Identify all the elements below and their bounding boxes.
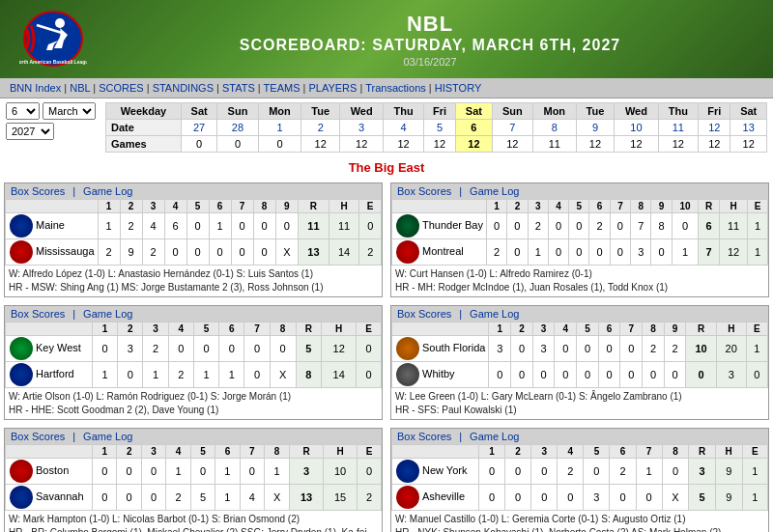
cal-date-4[interactable]: 4: [384, 120, 424, 136]
cal-header-sun2: Sun: [492, 103, 532, 120]
cal-date-13[interactable]: 13: [730, 120, 767, 136]
game6-notes: W: Manuel Castillo (1-0) L: Geremia Cort…: [391, 511, 768, 532]
game5-gamelog-link[interactable]: Game Log: [83, 431, 132, 442]
game2-gamelog-link[interactable]: Game Log: [470, 185, 519, 197]
nav-standings[interactable]: STANDINGS: [153, 82, 214, 94]
game4-r-header: R: [686, 322, 716, 336]
nav-history[interactable]: HISTORY: [435, 82, 482, 94]
cal-date-10[interactable]: 10: [615, 120, 658, 136]
game1-t2-i8: 0: [253, 239, 275, 266]
cal-header-tue2: Tue: [576, 103, 615, 120]
month-name-select[interactable]: March: [43, 102, 96, 120]
game1-gamelog-link[interactable]: Game Log: [83, 185, 132, 197]
game1-boxscores-link[interactable]: Box Scores: [11, 185, 65, 197]
game6-t2-i8: X: [662, 485, 689, 511]
nav-players[interactable]: PLAYERS: [308, 82, 357, 94]
cal-games-9: 12: [576, 136, 615, 153]
game6-t1-i3: 0: [531, 459, 558, 485]
game4-t2-i2: 0: [511, 362, 533, 388]
game6-t2-h: 9: [715, 485, 742, 511]
game3-t2-i1: 1: [93, 362, 118, 388]
game2-t2-r: 7: [699, 239, 720, 266]
year-select[interactable]: 2027: [6, 123, 54, 140]
game5-boxscores-link[interactable]: Box Scores: [11, 431, 65, 442]
game3-t2-e: 0: [357, 362, 382, 388]
game1-inn4: 4: [164, 200, 186, 213]
game2-t1-i4: 0: [548, 213, 568, 239]
game6-gamelog-link[interactable]: Game Log: [470, 431, 519, 442]
game3-boxscores-link[interactable]: Box Scores: [11, 308, 65, 320]
game6-t2-i5: 3: [584, 485, 610, 511]
game4-t1-h: 20: [716, 336, 746, 362]
cal-date-8[interactable]: 8: [532, 120, 576, 136]
game6-team1-name: New York: [392, 459, 479, 485]
game2-boxscores-link[interactable]: Box Scores: [397, 185, 451, 197]
game5-h-header: H: [324, 445, 358, 459]
game6-t1-i7: 1: [636, 459, 662, 485]
game2-team1-row: Thunder Bay 0 0 2 0 0 2 0 7 8 0 6 11: [392, 213, 768, 239]
game3-t1-i3: 2: [143, 336, 168, 362]
game6-t1-i4: 2: [558, 459, 584, 485]
game5-t1-i4: 1: [166, 459, 190, 485]
game4-note1: W: Lee Green (1-0) L: Gary McLearn (0-1)…: [395, 390, 764, 404]
game5-t2-r: 13: [290, 485, 324, 511]
game6-boxscores-link[interactable]: Box Scores: [397, 431, 451, 442]
svg-text:North American Baseball League: North American Baseball League: [19, 59, 87, 65]
game6-team-col: [392, 445, 479, 459]
game4-inn2: 2: [511, 322, 533, 336]
game4-t1-r: 10: [686, 336, 716, 362]
nav-bnn[interactable]: BNN Index: [10, 82, 61, 94]
game2-inn7: 7: [610, 200, 630, 213]
cal-date-2[interactable]: 2: [301, 120, 340, 136]
game2-t1-i8: 7: [631, 213, 651, 239]
cal-date-28[interactable]: 28: [217, 120, 258, 136]
game6-t1-i5: 0: [584, 459, 610, 485]
cal-date-11[interactable]: 11: [658, 120, 699, 136]
cal-date-3[interactable]: 3: [340, 120, 384, 136]
cal-games-8: 11: [532, 136, 576, 153]
cal-date-5[interactable]: 5: [423, 120, 455, 136]
game3-t1-h: 12: [322, 336, 357, 362]
game3-gamelog-link[interactable]: Game Log: [83, 308, 132, 320]
nav-scores[interactable]: SCORES: [99, 82, 143, 94]
game5-t2-i6: 1: [215, 485, 240, 511]
game1-e-header: E: [359, 200, 382, 213]
cal-games-27: 0: [181, 136, 216, 153]
game2-note2: HR - MH: Rodger McIndoe (1), Juan Rosale…: [395, 281, 764, 294]
cal-date-12[interactable]: 12: [699, 120, 730, 136]
game4-boxscores-link[interactable]: Box Scores: [397, 308, 451, 320]
game2-t2-i7: 0: [610, 239, 630, 266]
game1-t1-h: 11: [329, 213, 359, 239]
right-column: Box Scores | Game Log 1 2 3 4 5 6 7 8: [386, 179, 773, 532]
game4-t1-e: 1: [746, 336, 767, 362]
nav-nbl[interactable]: NBL: [70, 82, 90, 94]
game3-t2-i2: 0: [118, 362, 143, 388]
game3-t1-i1: 0: [93, 336, 118, 362]
game4-header: Box Scores | Game Log: [391, 306, 768, 322]
nav-teams[interactable]: TEAMS: [264, 82, 301, 94]
cal-date-1[interactable]: 1: [258, 120, 301, 136]
game1-t2-i6: 0: [209, 239, 231, 266]
nav-stats[interactable]: STATS: [222, 82, 255, 94]
game4-inn9: 9: [664, 322, 686, 336]
cal-date-7[interactable]: 7: [492, 120, 532, 136]
cal-date-6[interactable]: 6: [456, 120, 492, 136]
game1-inn7: 7: [231, 200, 253, 213]
month-number-select[interactable]: 6: [6, 102, 40, 120]
game2-t2-e: 1: [748, 239, 768, 266]
game1-team2-name: Mississauga: [6, 239, 99, 266]
cal-date-9[interactable]: 9: [576, 120, 615, 136]
game2-t2-i6: 0: [589, 239, 610, 266]
game2-header: Box Scores | Game Log: [391, 183, 768, 199]
game1-t2-i2: 9: [120, 239, 142, 266]
game5-t1-h: 10: [324, 459, 358, 485]
game5-team2-logo: [10, 486, 33, 509]
cal-date-27[interactable]: 27: [181, 120, 216, 136]
game3-t1-i2: 3: [118, 336, 143, 362]
game2-t2-i1: 2: [486, 239, 506, 266]
game2-team2-row: Montreal 2 0 1 0 0 0 0 3 0 1 7 12: [392, 239, 768, 266]
nav-transactions[interactable]: Transactions: [365, 82, 426, 94]
game1-t1-i8: 0: [253, 213, 275, 239]
game6-r-header: R: [689, 445, 716, 459]
game4-gamelog-link[interactable]: Game Log: [470, 308, 519, 320]
